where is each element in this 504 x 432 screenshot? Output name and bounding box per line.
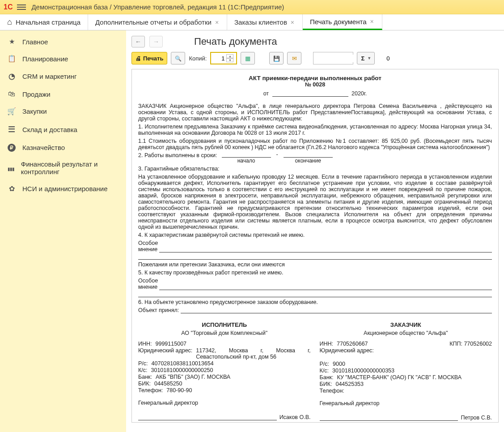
tab-print-label: Печать документа [310, 18, 366, 26]
customer-ks: 30101810000000000353 [332, 368, 394, 374]
app-logo: 1С [4, 3, 13, 11]
doc-para-4: 4. К характеристикам развёрнутой системы… [138, 232, 492, 238]
sum-input[interactable] [313, 52, 353, 64]
page-title: Печать документа [194, 36, 277, 47]
date-prefix: от [263, 90, 269, 97]
executor-ks: 30101810000000000250 [151, 367, 213, 373]
customer-bik: 044525353 [335, 381, 364, 387]
copies-field[interactable] [211, 55, 226, 62]
chart-icon [7, 164, 15, 172]
sum-field[interactable] [313, 55, 392, 62]
doc-wishes: Пожелания или претензии Заказчика, если … [138, 261, 492, 268]
doc-para-3: 3. Гарантийные обязательства: [138, 166, 492, 172]
main-area: Печать документа Печать Копий: ▲▼ ▼ [126, 30, 504, 432]
accepted-line: Объект принял: [138, 307, 492, 313]
tab-home[interactable]: Начальная страница [0, 14, 88, 30]
sidebar-item-label: CRM и маркетинг [22, 73, 76, 80]
back-button[interactable] [131, 36, 145, 47]
customer-kpp: 770526002 [464, 341, 492, 347]
save-button[interactable] [269, 52, 284, 64]
tab-reports-label: Дополнительные отчеты и обработки [95, 18, 212, 26]
sidebar: Главное Планирование CRM и маркетинг Про… [0, 30, 126, 432]
close-icon[interactable]: × [290, 19, 295, 26]
sidebar-item-label: Казначейство [22, 144, 65, 151]
titlebar: 1С Демонстрационная база / Управление то… [0, 0, 504, 14]
sidebar-item-label: НСИ и администрирование [22, 185, 108, 192]
copies-label: Копий: [189, 55, 207, 62]
mail-icon [292, 55, 297, 62]
doc-para-6: 6. На объекте установлено предусмотренно… [138, 299, 492, 305]
signatures: ИСПОЛНИТЕЛЬ АО "Торговый дом Комплексный… [138, 320, 492, 423]
sidebar-item-finresult[interactable]: Финансовый результат и контроллинг [0, 156, 126, 180]
app-title: Демонстрационная база / Управление торго… [31, 3, 284, 11]
cart-icon [7, 107, 16, 115]
tab-orders[interactable]: Заказы клиентов × [227, 14, 303, 30]
customer-bank: КУ "МАСТЕР-БАНК" (ОАО) ГК "АСВ" Г. МОСКВ… [337, 374, 462, 381]
sidebar-item-planning[interactable]: Планирование [0, 50, 126, 67]
close-icon[interactable]: × [214, 19, 220, 26]
ruble-icon [7, 143, 16, 152]
copies-spinner[interactable]: ▲▼ [226, 54, 233, 62]
print-button-label: Печать [143, 55, 163, 62]
printer-icon [136, 55, 141, 62]
bag-icon [7, 90, 16, 98]
sidebar-item-label: Закупки [22, 107, 47, 115]
tab-print-document[interactable]: Печать документа × [303, 14, 382, 30]
customer-rs: 9000 [333, 361, 345, 367]
date-blank [272, 91, 348, 97]
spin-up-icon[interactable]: ▲ [226, 54, 233, 58]
save-icon [273, 55, 280, 62]
customer-company: Акционерное общество "Альфа" [320, 330, 492, 336]
sidebar-item-label: Планирование [22, 55, 68, 63]
forward-button[interactable] [149, 36, 163, 47]
customer-inn: 7705260667 [337, 341, 368, 347]
doc-para-5: 5. К качеству произведённых работ претен… [138, 269, 492, 276]
executor-rs: 40702810838110013654 [152, 360, 214, 367]
chevron-down-icon: ▼ [367, 56, 371, 60]
sidebar-item-warehouse[interactable]: Склад и доставка [0, 120, 126, 139]
gear-icon [7, 184, 16, 193]
blank-line [138, 253, 492, 260]
copies-input[interactable]: ▲▼ [210, 52, 237, 64]
preview-icon [175, 55, 182, 62]
blank-line [138, 291, 492, 297]
date-year: 2020г. [352, 90, 367, 97]
hamburger-icon[interactable] [17, 3, 26, 11]
warehouse-icon [7, 124, 16, 134]
tab-home-label: Начальная страница [16, 18, 80, 26]
toolbar: Печать Копий: ▲▼ ▼ [131, 52, 499, 64]
sidebar-item-crm[interactable]: CRM и маркетинг [0, 67, 126, 86]
sigma-button[interactable]: ▼ [357, 52, 375, 64]
date-end-label: окончание [295, 158, 321, 164]
tab-orders-label: Заказы клиентов [234, 18, 287, 26]
customer-role: Генеральный директор [320, 400, 492, 406]
doc-number: № 0028 [138, 81, 492, 88]
sigma-icon [361, 55, 364, 62]
sidebar-item-admin[interactable]: НСИ и администрирование [0, 180, 126, 197]
sidebar-item-sales[interactable]: Продажи [0, 86, 126, 103]
sidebar-item-label: Продажи [22, 90, 51, 98]
close-icon[interactable]: × [369, 18, 375, 25]
document-preview[interactable]: АКТ приемки-передачи выполненных работ №… [131, 69, 499, 423]
tab-bar: Начальная страница Дополнительные отчеты… [0, 14, 504, 30]
executor-heading: ИСПОЛНИТЕЛЬ [138, 321, 311, 328]
sidebar-item-purchases[interactable]: Закупки [0, 103, 126, 120]
opinion-line-2a: Особое [138, 278, 492, 284]
executor-role: Генеральный директор [138, 400, 311, 406]
mail-button[interactable] [287, 52, 301, 64]
grid-button[interactable] [241, 52, 255, 64]
doc-title: АКТ приемки-передачи выполненных работ [138, 75, 492, 81]
spin-down-icon[interactable]: ▼ [226, 58, 233, 62]
preview-button[interactable] [171, 52, 185, 64]
sidebar-item-treasury[interactable]: Казначейство [0, 139, 126, 156]
star-icon [7, 38, 16, 46]
tab-reports[interactable]: Дополнительные отчеты и обработки × [88, 14, 227, 30]
sidebar-item-main[interactable]: Главное [0, 33, 126, 50]
opinion-line-1b: мнение [138, 246, 492, 252]
print-button[interactable]: Печать [131, 52, 167, 64]
executor-bank: АКБ "ВПБ" (ЗАО) Г. МОСКВА [156, 374, 230, 380]
doc-para-warranty: На установленное оборудование и кабельну… [138, 174, 492, 230]
doc-p4-label: 2. Работы выполнены в сроки: [138, 152, 217, 158]
crm-icon [7, 72, 16, 81]
table-icon [245, 55, 250, 62]
